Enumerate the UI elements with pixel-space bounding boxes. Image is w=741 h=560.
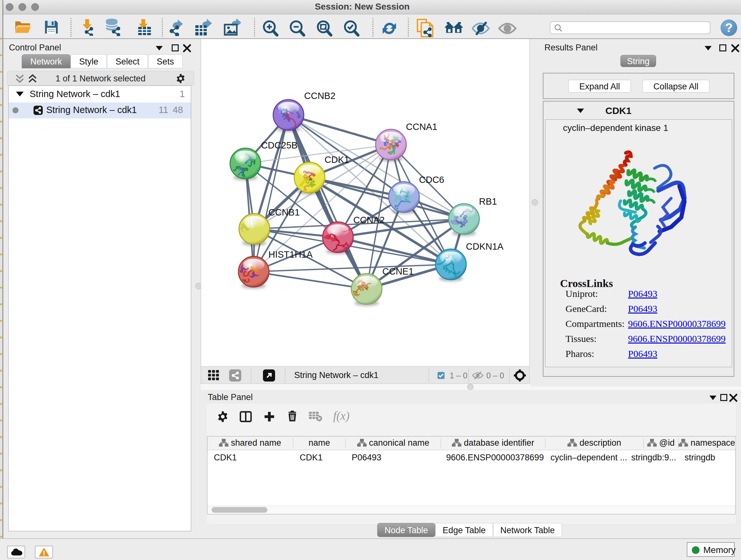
svg-text:CDC6: CDC6 bbox=[419, 175, 444, 185]
svg-text:CCNB1: CCNB1 bbox=[268, 207, 300, 217]
svg-text:CDKN1A: CDKN1A bbox=[466, 241, 503, 252]
svg-text:HIST1H1A: HIST1H1A bbox=[268, 249, 313, 260]
svg-text:CCNB2: CCNB2 bbox=[304, 91, 335, 101]
svg-text:RB1: RB1 bbox=[479, 196, 497, 206]
svg-text:CCNE1: CCNE1 bbox=[382, 266, 414, 276]
svg-text:CDK1: CDK1 bbox=[325, 154, 349, 165]
svg-text:CCNA1: CCNA1 bbox=[406, 122, 437, 132]
svg-text:CDC25B: CDC25B bbox=[261, 140, 297, 150]
svg-text:CCNA2: CCNA2 bbox=[353, 215, 385, 225]
